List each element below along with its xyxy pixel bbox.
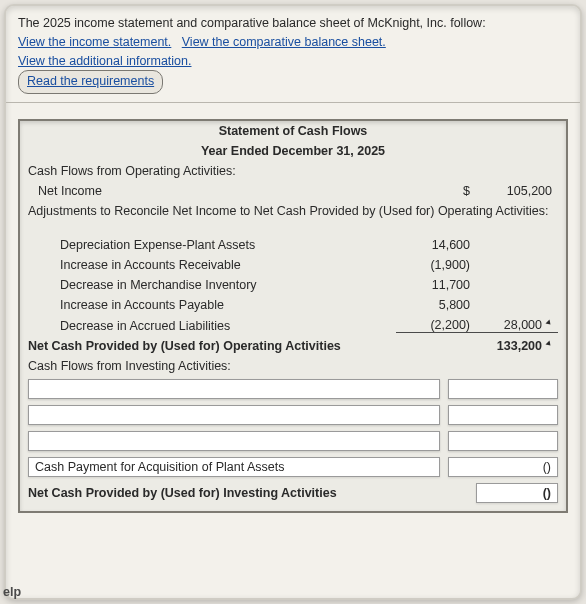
amount-input[interactable] — [448, 405, 558, 425]
divider — [6, 102, 580, 103]
read-requirements-button[interactable]: Read the requirements — [18, 70, 163, 94]
worksheet-page: The 2025 income statement and comparativ… — [4, 4, 582, 600]
amount-input[interactable] — [448, 379, 558, 399]
net-cash-op-amount: 133,200 — [497, 339, 542, 353]
cash-flow-statement: Statement of Cash Flows Year Ended Decem… — [18, 119, 568, 513]
table-row: Increase in Accounts Receivable (1,900) — [20, 255, 566, 275]
link-balance-sheet[interactable]: View the comparative balance sheet. — [182, 35, 386, 49]
cash-payment-label-box[interactable]: Cash Payment for Acquisition of Plant As… — [28, 457, 440, 477]
adj-label: Decrease in Accrued Liabilities — [28, 319, 396, 333]
caret-icon — [546, 320, 553, 327]
adj-value-a: 5,800 — [396, 298, 476, 312]
title-text: Statement of Cash Flows — [28, 124, 558, 138]
link-additional-info[interactable]: View the additional information. — [18, 54, 192, 68]
table-row: Increase in Accounts Payable 5,800 — [20, 295, 566, 315]
net-cash-operating-row: Net Cash Provided by (Used for) Operatin… — [20, 336, 566, 356]
cash-payment-value-box[interactable]: () — [448, 457, 558, 477]
net-cash-op-value: 133,200 — [476, 339, 558, 353]
investing-header: Cash Flows from Investing Activities: — [28, 359, 558, 373]
investing-input-row-3 — [20, 428, 566, 454]
adj-label: Depreciation Expense-Plant Assets — [28, 238, 396, 252]
net-cash-investing-row: Net Cash Provided by (Used for) Investin… — [20, 480, 566, 511]
adj-value-a: (1,900) — [396, 258, 476, 272]
adjustments-header: Adjustments to Reconcile Net Income to N… — [28, 204, 558, 218]
investing-header-row: Cash Flows from Investing Activities: — [20, 356, 566, 376]
operating-header: Cash Flows from Operating Activities: — [28, 164, 558, 178]
cash-payment-label: Cash Payment for Acquisition of Plant As… — [35, 460, 284, 474]
adj-label: Decrease in Merchandise Inventory — [28, 278, 396, 292]
prompt-text: The 2025 income statement and comparativ… — [18, 16, 486, 30]
net-cash-inv-label: Net Cash Provided by (Used for) Investin… — [28, 486, 396, 500]
table-row: Depreciation Expense-Plant Assets 14,600 — [20, 235, 566, 255]
adj-subtotal: 28,000 — [504, 318, 542, 332]
operating-header-row: Cash Flows from Operating Activities: — [20, 161, 566, 181]
adj-value-b: 28,000 — [476, 318, 558, 333]
label-input[interactable] — [28, 379, 440, 399]
statement-subtitle: Year Ended December 31, 2025 — [20, 141, 566, 161]
table-row: Decrease in Merchandise Inventory 11,700 — [20, 275, 566, 295]
cash-payment-value: () — [543, 460, 551, 474]
amount-input[interactable] — [448, 431, 558, 451]
net-income-value: 105,200 — [476, 184, 558, 198]
currency-symbol: $ — [396, 184, 476, 198]
prompt-block: The 2025 income statement and comparativ… — [18, 14, 568, 94]
net-income-row: Net Income $ 105,200 — [20, 181, 566, 201]
subtitle-text: Year Ended December 31, 2025 — [28, 144, 558, 158]
statement-title: Statement of Cash Flows — [20, 121, 566, 141]
investing-input-row-2 — [20, 402, 566, 428]
adjustments-header-row: Adjustments to Reconcile Net Income to N… — [20, 201, 566, 221]
caret-icon — [546, 341, 553, 348]
adj-value-a: 11,700 — [396, 278, 476, 292]
adj-label: Increase in Accounts Receivable — [28, 258, 396, 272]
label-input[interactable] — [28, 431, 440, 451]
adj-label: Increase in Accounts Payable — [28, 298, 396, 312]
investing-input-row-1 — [20, 376, 566, 402]
spacer — [20, 221, 566, 235]
cash-payment-row: Cash Payment for Acquisition of Plant As… — [20, 454, 566, 480]
net-cash-inv-value-box[interactable]: () — [476, 483, 558, 503]
adj-value-a: 14,600 — [396, 238, 476, 252]
label-input[interactable] — [28, 405, 440, 425]
net-cash-inv-value: () — [543, 486, 551, 500]
net-cash-op-label: Net Cash Provided by (Used for) Operatin… — [28, 339, 396, 353]
net-income-label: Net Income — [28, 184, 396, 198]
adj-value-a: (2,200) — [396, 318, 476, 333]
footer-fragment: elp — [3, 585, 21, 599]
table-row: Decrease in Accrued Liabilities (2,200) … — [20, 315, 566, 336]
link-income-statement[interactable]: View the income statement. — [18, 35, 171, 49]
